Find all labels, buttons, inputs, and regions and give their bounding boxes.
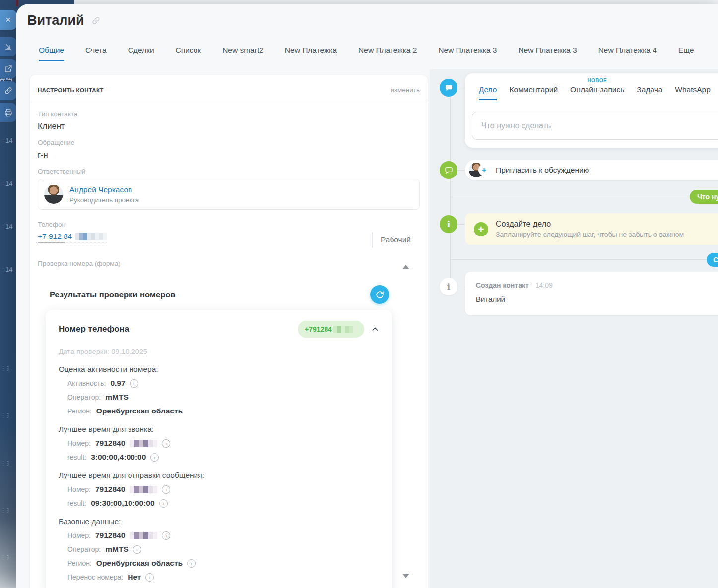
tab-new-smart2[interactable]: New smart2 (222, 46, 263, 61)
row-value: Оренбургская область (96, 559, 183, 568)
tab-new-platezhka-4[interactable]: New Платежка 4 (598, 46, 657, 61)
card-title: НАСТРОИТЬ КОНТАКТ (38, 87, 104, 93)
info-icon: i (447, 219, 450, 229)
contact-type-label: Тип контакта (38, 110, 420, 118)
row-label: Оператор: (67, 393, 101, 401)
background-time: 14 (5, 137, 12, 144)
responsible-name[interactable]: Андрей Черкасов (69, 185, 139, 194)
tab-comment[interactable]: Комментарий (509, 85, 558, 100)
quick-reply-button[interactable]: Что ну (690, 190, 718, 204)
responsible-user[interactable]: Андрей Черкасов Руководитель проекта (38, 179, 420, 210)
result-card-title: Номер телефона (59, 324, 129, 334)
redacted-digits (130, 440, 157, 447)
tab-whatsapp[interactable]: WhatsApp (675, 85, 711, 100)
row-value: mMTS (105, 545, 129, 554)
info-icon[interactable]: i (162, 485, 170, 494)
salutation-value[interactable]: г-н (38, 150, 420, 160)
row-label: Регион: (67, 407, 92, 415)
info-icon[interactable]: i (150, 453, 159, 462)
contact-settings-card: НАСТРОИТЬ КОНТАКТ изменить Тип контакта … (30, 75, 428, 588)
tab-invoices[interactable]: Счета (85, 46, 107, 61)
tab-more[interactable]: Ещё (678, 46, 694, 61)
section-activity: Оценка активности номера: Активность: 0.… (59, 365, 379, 415)
event-time: 14:09 (535, 281, 553, 289)
create-task-suggestion[interactable]: + Создайте дело Запланируйте следующий ш… (465, 213, 718, 245)
info-icon[interactable]: i (145, 573, 154, 582)
info-icon[interactable]: i (133, 545, 141, 554)
row-label: Номер: (67, 439, 91, 447)
copy-contact-link-icon[interactable] (91, 16, 101, 25)
open-in-new-button[interactable] (0, 59, 16, 78)
scroll-down-arrow[interactable] (402, 574, 409, 578)
close-button[interactable]: × (0, 10, 16, 30)
timeline-connector (457, 287, 465, 287)
row-label: result: (67, 499, 86, 507)
tab-todo[interactable]: Задача (637, 85, 662, 100)
tab-new-platezhka-3[interactable]: New Платежка 3 (438, 46, 497, 61)
hint-icon-circle: i (440, 215, 457, 233)
tab-online-booking[interactable]: НОВОЕ Онлайн-запись (570, 85, 624, 100)
tab-deals[interactable]: Сделки (128, 46, 154, 61)
timeline-separator (451, 197, 718, 197)
row-value: 3:00:00,4:00:00 (91, 453, 146, 462)
create-task-subtitle: Запланируйте следующий шаг, чтобы не заб… (496, 231, 684, 238)
invite-label: Пригласить к обсуждению (496, 166, 589, 175)
note-type-icon[interactable] (440, 79, 457, 97)
info-icon[interactable]: i (162, 439, 170, 448)
row-porting: Перенос номера: Нет i (67, 573, 379, 582)
tab-list[interactable]: Список (176, 46, 201, 61)
composer-card: Дело Комментарий НОВОЕ Онлайн-запись Зад… (465, 73, 718, 148)
system-event-icon-circle: i (440, 278, 457, 295)
refresh-button[interactable] (370, 285, 389, 304)
row-activity: Активность: 0.97 i (67, 379, 379, 388)
verification-heading: Результаты проверки номеров (50, 290, 176, 299)
section-title: Лучшее время для звонка: (59, 425, 379, 434)
tab-new-platezhka-3b[interactable]: New Платежка 3 (518, 46, 577, 61)
row-number: Номер: 7912840 i (67, 485, 379, 494)
phone-badge: +791284 (298, 321, 364, 338)
row-operator: Оператор: mMTS (67, 393, 379, 402)
row-value: Оренбургская область (96, 407, 183, 415)
redacted-digits (130, 532, 157, 539)
collapse-arrow-icon (4, 42, 13, 51)
row-label: Номер: (67, 531, 91, 539)
info-icon[interactable]: i (159, 499, 168, 508)
background-time: 14 (5, 180, 12, 187)
send-button[interactable]: С (707, 253, 718, 267)
discussion-icon-circle (440, 161, 457, 179)
background-time: 1 (6, 459, 10, 467)
collapse-card-button[interactable] (371, 325, 379, 333)
row-label: Оператор: (67, 545, 101, 553)
row-label: Активность: (67, 379, 106, 387)
phone-verification-card: Номер телефона +791284 Дата проверки: 09… (46, 310, 392, 588)
row-value: 7912840 (95, 485, 125, 494)
phone-type-selector[interactable]: Рабочий (372, 232, 420, 248)
event-contact-created: Создан контакт 14:09 Виталий (465, 272, 718, 315)
screen: дящ ⋮⋮ 14 ⋮⋮ 14 ⋮⋮ 14 ⋮⋮ 14 ⋮⋮ 1 ⋮⋮ 1 ⋮⋮… (0, 0, 718, 588)
tab-new-platezhka[interactable]: New Платежка (285, 46, 337, 61)
tab-new-platezhka-2[interactable]: New Платежка 2 (358, 46, 417, 61)
page-title: Виталий (27, 13, 84, 28)
contact-type-value[interactable]: Клиент (38, 121, 420, 131)
row-value: 7912840 (95, 531, 125, 540)
invite-to-discussion[interactable]: + Пригласить к обсуждению (465, 160, 718, 180)
scroll-up-arrow[interactable] (402, 265, 409, 269)
add-user-icon: + (478, 164, 490, 176)
copy-link-button[interactable] (0, 81, 16, 100)
composer-tabs: Дело Комментарий НОВОЕ Онлайн-запись Зад… (479, 85, 711, 100)
phone-number: +7 912 84 (38, 232, 72, 241)
info-icon[interactable]: i (187, 559, 196, 568)
info-icon[interactable]: i (130, 379, 138, 388)
phone-link[interactable]: +7 912 84 (38, 232, 107, 243)
row-result: result: 3:00:00,4:00:00 i (67, 453, 379, 462)
timeline-connector (457, 88, 465, 88)
print-button[interactable] (0, 103, 16, 122)
tab-label: Онлайн-запись (570, 85, 624, 94)
tab-general[interactable]: Общие (39, 46, 64, 61)
collapse-button[interactable] (0, 37, 16, 56)
edit-contact-link[interactable]: изменить (391, 86, 420, 94)
tab-task[interactable]: Дело (479, 85, 497, 100)
widget-label: Проверка номера (форма) (38, 260, 420, 267)
task-input[interactable] (472, 112, 718, 140)
info-icon[interactable]: i (162, 531, 170, 540)
